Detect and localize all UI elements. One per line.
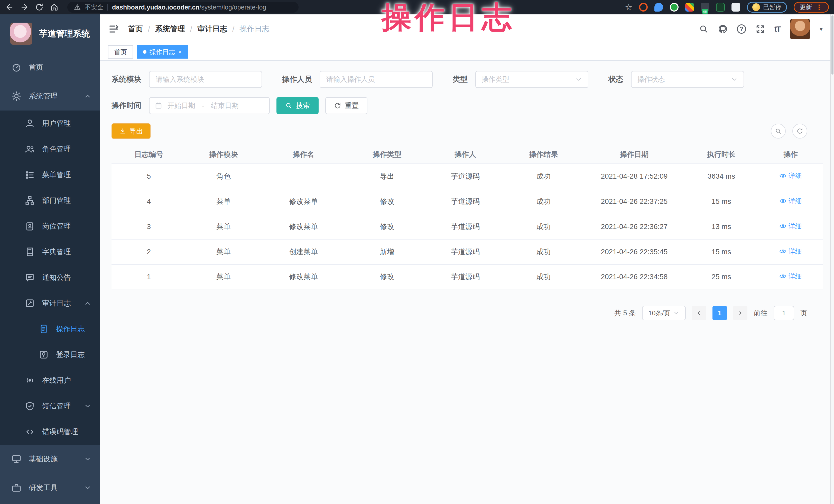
monitor-icon [11,454,22,464]
tab-operate-log[interactable]: 操作日志 × [137,45,188,59]
sidebar-item-system-management[interactable]: 系统管理 [0,82,100,111]
font-size-icon[interactable]: tT [774,25,781,34]
extension-icon-6[interactable] [716,3,725,12]
page-number-button[interactable]: 1 [712,306,727,320]
paused-profile-chip[interactable]: 已暂停 [747,2,787,13]
sidebar-item-role-management[interactable]: 角色管理 [0,136,100,162]
eye-icon [779,273,787,280]
system-management-submenu: 用户管理 角色管理 菜单管理 [0,111,100,445]
chevron-up-icon [84,300,91,307]
sidebar-item-department-management[interactable]: 部门管理 [0,188,100,213]
chrome-update-button[interactable]: 更新 ⋮ [794,2,829,13]
extension-icon-2[interactable] [654,3,663,12]
org-tree-icon [25,195,35,205]
extension-icon-5[interactable]: on [701,3,709,12]
sidebar-item-online-users[interactable]: 在线用户 [0,368,100,393]
detail-link[interactable]: 详细 [779,247,802,256]
page-content: 系统模块 操作人员 类型 操作类型 状 [100,61,834,504]
help-icon[interactable]: ? [737,24,746,34]
detail-link[interactable]: 详细 [779,197,802,205]
sidebar-item-dict-management[interactable]: 字典管理 [0,239,100,265]
extension-icon-4[interactable] [685,3,694,12]
goto-page-input[interactable] [774,306,794,320]
breadcrumb-system[interactable]: 系统管理 [155,24,185,34]
tab-close-icon[interactable]: × [178,49,182,55]
eye-icon [779,223,787,230]
end-date-placeholder[interactable]: 结束日期 [211,101,239,110]
type-select[interactable]: 操作类型 [475,71,588,88]
window-scrollbar[interactable] [830,15,834,504]
eye-icon [779,197,787,204]
forward-icon[interactable] [20,3,29,12]
download-icon [119,128,126,135]
prev-page-button[interactable] [692,306,706,320]
url-host: dashboard.yudao.iocoder.cn [112,4,199,11]
reset-button[interactable]: 重置 [325,97,367,114]
tab-bar: 首页 操作日志 × [100,44,834,61]
module-input[interactable] [149,71,262,88]
back-icon[interactable] [5,3,14,12]
sidebar-item-audit-log[interactable]: 审计日志 [0,290,100,316]
operator-input[interactable] [320,71,433,88]
breadcrumb-home[interactable]: 首页 [128,24,143,34]
goto-label: 前往 [753,308,767,318]
page-size-select[interactable]: 10条/页 [642,306,686,320]
address-bar[interactable]: 不安全 dashboard.yudao.iocoder.cn/system/lo… [67,2,299,13]
extensions-puzzle-icon[interactable] [731,3,740,12]
extension-icon-1[interactable] [639,3,648,12]
sidebar-item-operate-log[interactable]: 操作日志 [0,316,100,342]
kebab-menu-icon[interactable]: ⋮ [815,3,823,12]
table-header-row: 日志编号 操作模块 操作名 操作类型 操作人 操作结果 操作日期 执行时长 操作 [111,146,823,163]
sidebar-item-menu-management[interactable]: 菜单管理 [0,162,100,188]
export-button[interactable]: 导出 [111,123,151,139]
start-date-placeholder[interactable]: 开始日期 [168,101,195,110]
code-icon [25,426,35,437]
detail-link[interactable]: 详细 [779,171,802,180]
home-icon[interactable] [50,3,59,12]
extension-icon-3[interactable] [670,3,679,12]
fullscreen-icon[interactable] [755,24,765,34]
chevron-down-icon [673,310,679,316]
security-label[interactable]: 不安全 [85,3,103,11]
sidebar-item-sms-management[interactable]: 短信管理 [0,393,100,419]
scrollbar-thumb[interactable] [831,16,833,74]
browser-toolbar: 不安全 dashboard.yudao.iocoder.cn/system/lo… [0,0,834,15]
sidebar-item-user-management[interactable]: 用户管理 [0,111,100,136]
sidebar-fold-icon[interactable] [108,23,120,35]
total-count: 共 5 条 [614,308,636,318]
next-page-button[interactable] [733,306,747,320]
search-button[interactable]: 搜索 [277,97,319,114]
sidebar-item-infrastructure[interactable]: 基础设施 [0,445,100,474]
table-row: 2 菜单 创建菜单 新增 芋道源码 成功 2021-04-26 22:35:45… [111,239,823,264]
detail-link[interactable]: 详细 [779,222,802,231]
paused-label: 已暂停 [763,3,782,11]
gear-icon [11,91,22,101]
sidebar-item-dev-tools[interactable]: 研发工具 [0,474,100,502]
bookmark-star-icon[interactable]: ☆ [625,3,632,11]
detail-link[interactable]: 详细 [779,272,802,281]
sidebar-item-error-code-management[interactable]: 错误码管理 [0,419,100,445]
tab-home[interactable]: 首页 [108,45,133,59]
date-range-picker[interactable]: 开始日期 - 结束日期 [149,97,270,114]
github-icon[interactable] [718,24,728,34]
sidebar-item-home[interactable]: 首页 [0,53,100,82]
time-label: 操作时间 [111,101,141,111]
avatar-caret-icon[interactable]: ▾ [819,25,823,32]
briefcase-icon [11,483,22,493]
user-avatar[interactable] [790,19,810,39]
url-path: /system/log/operate-log [199,4,266,11]
app-logo-row[interactable]: 芋道管理系统 [0,15,100,53]
emoji-avatar-icon [752,3,760,11]
sidebar-item-announcement[interactable]: 通知公告 [0,265,100,290]
toggle-search-button[interactable] [771,124,786,138]
page-unit-label: 页 [800,308,807,318]
breadcrumb-audit-log[interactable]: 审计日志 [197,24,227,34]
status-select[interactable]: 操作状态 [631,71,744,88]
header-search-icon[interactable] [699,24,709,34]
refresh-table-button[interactable] [792,124,807,138]
app-header: 首页 / 系统管理 / 审计日志 / 操作日志 ? tT [100,15,834,44]
sidebar-item-login-log[interactable]: 登录日志 [0,342,100,368]
online-users-icon [25,375,35,386]
refresh-icon[interactable] [35,3,44,12]
sidebar-item-post-management[interactable]: 岗位管理 [0,213,100,239]
